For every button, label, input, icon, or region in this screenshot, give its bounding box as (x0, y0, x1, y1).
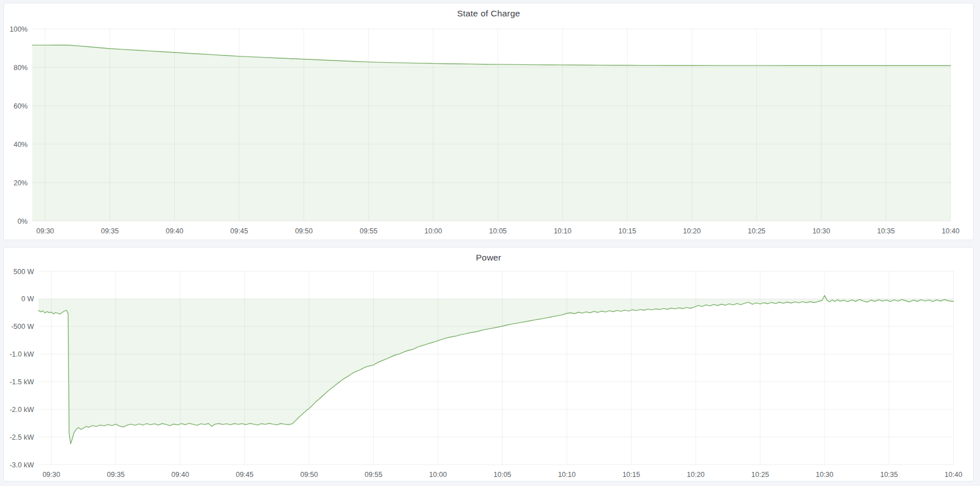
x-tick-label: 09:50 (295, 227, 313, 235)
y-tick-label: 40% (14, 141, 28, 149)
power-area (38, 296, 953, 444)
y-tick-label: -1.0 kW (10, 350, 34, 358)
x-tick-label: 09:30 (36, 227, 54, 235)
x-tick-label: 10:05 (494, 471, 511, 479)
x-tick-label: 09:50 (300, 471, 318, 479)
y-tick-label: 60% (14, 102, 28, 110)
x-tick-label: 10:20 (683, 227, 701, 235)
y-tick-label: 20% (14, 179, 28, 187)
x-tick-label: 09:30 (42, 471, 60, 479)
x-tick-label: 10:05 (489, 227, 507, 235)
y-tick-label: 100% (10, 25, 28, 33)
state-of-charge-panel: State of Charge 0%20%40%60%80%100%09:300… (3, 3, 974, 240)
dashboard-page: { "accent_color": "#7eb26d", "fill_color… (0, 0, 980, 486)
x-tick-label: 09:40 (171, 471, 189, 479)
y-tick-label: 0 W (21, 295, 34, 303)
y-tick-label: -3.0 kW (10, 461, 34, 469)
x-tick-label: 10:10 (558, 471, 576, 479)
y-tick-label: -2.5 kW (10, 433, 34, 441)
x-tick-label: 10:15 (623, 471, 640, 479)
x-tick-label: 09:35 (101, 227, 119, 235)
x-tick-label: 09:55 (365, 471, 382, 479)
y-tick-label: -2.0 kW (10, 406, 34, 414)
x-tick-label: 10:25 (752, 471, 769, 479)
x-tick-label: 10:20 (687, 471, 705, 479)
x-tick-label: 10:10 (554, 227, 571, 235)
x-tick-label: 10:35 (877, 227, 895, 235)
x-tick-label: 10:15 (619, 227, 636, 235)
x-tick-label: 09:55 (360, 227, 377, 235)
x-tick-label: 10:30 (815, 471, 833, 479)
state-of-charge-chart[interactable]: 0%20%40%60%80%100%09:3009:3509:4009:4509… (4, 3, 973, 240)
x-tick-label: 10:00 (429, 471, 447, 479)
x-tick-label: 10:35 (880, 471, 897, 479)
x-tick-label: 10:25 (748, 227, 765, 235)
x-tick-label: 09:35 (107, 471, 124, 479)
y-tick-label: -500 W (11, 323, 34, 331)
x-tick-label: 09:45 (236, 471, 253, 479)
power-chart[interactable]: 500 W0 W-500 W-1.0 kW-1.5 kW-2.0 kW-2.5 … (4, 248, 973, 481)
x-tick-label: 10:40 (942, 227, 959, 235)
y-tick-label: -1.5 kW (10, 378, 34, 386)
x-tick-label: 10:30 (813, 227, 830, 235)
y-tick-label: 500 W (14, 268, 34, 276)
x-tick-label: 10:40 (944, 471, 962, 479)
x-tick-label: 10:00 (424, 227, 442, 235)
y-tick-label: 80% (14, 64, 28, 72)
x-tick-label: 09:40 (166, 227, 183, 235)
power-panel: Power 500 W0 W-500 W-1.0 kW-1.5 kW-2.0 k… (3, 247, 974, 481)
y-tick-label: 0% (18, 218, 28, 225)
x-tick-label: 09:45 (230, 227, 248, 235)
state-of-charge-area (32, 45, 951, 221)
